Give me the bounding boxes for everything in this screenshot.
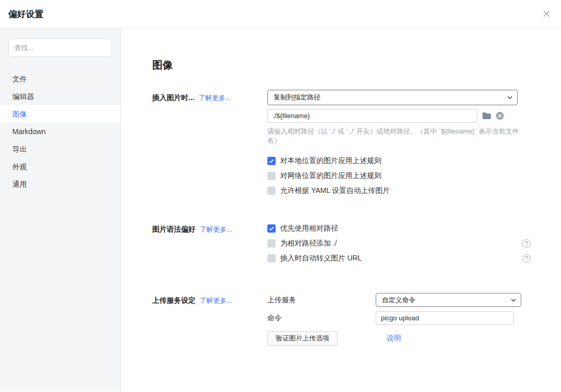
checkbox-yaml-upload[interactable] (267, 187, 276, 195)
checkbox-row-local-images[interactable]: 对本地位置的图片应用上述规则 (267, 157, 531, 165)
checkbox-relative-path[interactable] (267, 224, 276, 233)
checkbox-local-images[interactable] (267, 157, 276, 165)
clear-icon[interactable] (496, 112, 504, 120)
image-action-select[interactable]: 复制到指定路径 (267, 90, 518, 105)
validate-upload-button[interactable]: 验证图片上传选项 (267, 331, 338, 346)
checkbox-add-dot-slash[interactable] (267, 239, 276, 248)
checkbox-row-network-images[interactable]: 对网络位置的图片应用上述规则 (267, 172, 531, 180)
sidebar-item-appearance[interactable]: 外观 (0, 158, 120, 175)
insert-learn-more-link[interactable]: 了解更多... (199, 94, 231, 102)
close-icon[interactable]: ✕ (542, 9, 551, 19)
upload-service-select[interactable]: 自定义命令 (376, 293, 521, 307)
sidebar: 文件 编辑器 图像 Markdown 导出 外观 通用 (0, 28, 121, 391)
path-hint-text: 请输入相对路径（以 './' 或 '../' 开头）或绝对路径。（其中 `${f… (267, 127, 531, 145)
syntax-section-label: 图片语法偏好 (152, 225, 196, 233)
sidebar-item-file[interactable]: 文件 (0, 70, 120, 88)
insert-image-section: 插入图片时...了解更多... 复制到指定路径 (152, 90, 561, 202)
checkbox-row-add-dot-slash[interactable]: 为相对路径添加 ./ ? (267, 239, 531, 248)
upload-learn-more-link[interactable]: 了解更多... (200, 297, 232, 304)
help-icon[interactable]: ? (522, 239, 531, 248)
upload-section-label: 上传服务设定 (152, 296, 196, 304)
chevron-down-icon (511, 299, 516, 302)
sidebar-item-general[interactable]: 通用 (0, 175, 120, 193)
syntax-learn-more-link[interactable]: 了解更多... (200, 225, 232, 233)
checkbox-network-images[interactable] (267, 172, 276, 180)
sidebar-item-image[interactable]: 图像 (0, 105, 120, 123)
main-panel: 图像 插入图片时...了解更多... 复制到指定路径 (121, 28, 561, 391)
image-syntax-section: 图片语法偏好了解更多... 优先使用相对路径 为相对路径添加 ./ (152, 224, 561, 269)
search-input[interactable] (8, 38, 112, 57)
chevron-down-icon (507, 96, 512, 99)
sidebar-item-editor[interactable]: 编辑器 (0, 88, 120, 105)
checkbox-row-yaml-upload[interactable]: 允许根据 YAML 设置自动上传图片 (267, 187, 531, 195)
checkbox-label: 对网络位置的图片应用上述规则 (280, 171, 381, 181)
checkbox-row-escape-url[interactable]: 插入时自动转义图片 URL ? (267, 254, 531, 263)
command-input[interactable] (376, 311, 514, 325)
upload-service-select-value: 自定义命令 (382, 296, 415, 305)
window-title: 偏好设置 (8, 8, 43, 20)
help-icon[interactable]: ? (522, 254, 531, 263)
checkbox-label: 为相对路径添加 ./ (280, 239, 337, 248)
page-title: 图像 (152, 58, 561, 72)
checkbox-label: 优先使用相对路径 (280, 224, 338, 233)
checkbox-label: 对本地位置的图片应用上述规则 (280, 156, 381, 166)
upload-service-label: 上传服务 (267, 296, 376, 305)
image-action-select-value: 复制到指定路径 (274, 93, 320, 102)
sidebar-item-markdown[interactable]: Markdown (0, 123, 120, 140)
checkbox-label: 允许根据 YAML 设置自动上传图片 (280, 186, 390, 195)
upload-help-link[interactable]: 说明 (387, 334, 401, 343)
dialog-header: 偏好设置 ✕ (0, 0, 561, 28)
image-path-input[interactable] (267, 109, 477, 123)
checkbox-label: 插入时自动转义图片 URL (280, 254, 362, 263)
upload-service-section: 上传服务设定了解更多... 上传服务 自定义命令 命令 (152, 293, 561, 346)
sidebar-item-export[interactable]: 导出 (0, 140, 120, 158)
checkbox-row-relative-path[interactable]: 优先使用相对路径 (267, 224, 531, 233)
insert-section-label: 插入图片时... (152, 93, 195, 102)
command-label: 命令 (267, 314, 376, 323)
checkbox-escape-url[interactable] (267, 254, 276, 263)
folder-icon[interactable] (483, 112, 491, 119)
